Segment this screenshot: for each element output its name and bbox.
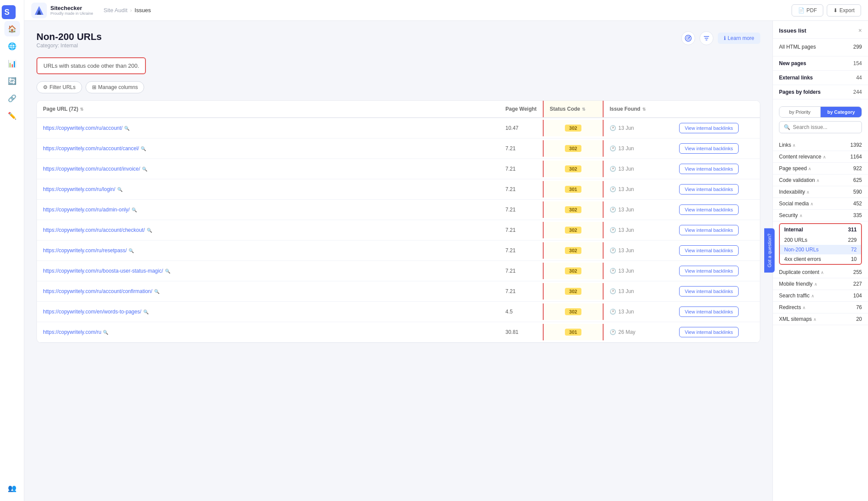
search-icon-small[interactable]: 🔍 [129,248,134,253]
new-pages-header[interactable]: New pages 154 [773,57,868,69]
nav-link[interactable]: 🔗 [4,90,20,106]
bottom-category-item[interactable]: XML sitemaps ∧20 [773,313,868,325]
filter-icon-btn[interactable] [700,31,713,45]
url-link[interactable]: https://copywritely.com/ru/account/ [43,125,122,131]
category-item[interactable]: Page speed ∧922 [773,163,868,174]
search-icon-small[interactable]: 🔍 [143,310,149,314]
search-icon-small[interactable]: 🔍 [154,289,159,294]
date-value: 13 Jun [618,268,634,274]
search-icon-small[interactable]: 🔍 [142,167,147,171]
radar-icon-btn[interactable] [681,31,695,45]
sidebar-close-button[interactable]: × [858,27,862,34]
category-item[interactable]: Social media ∧452 [773,198,868,209]
search-icon-small[interactable]: 🔍 [117,187,122,192]
url-link[interactable]: https://copywritely.com/ru/account/cance… [43,145,139,152]
pdf-button[interactable]: 📄 PDF [792,4,823,16]
filter-urls-button[interactable]: ⚙ Filter URLs [36,81,82,93]
search-icon-small[interactable]: 🔍 [141,146,146,151]
by-priority-tab[interactable]: by Priority [779,107,821,117]
pages-by-folders-header[interactable]: Pages by folders 244 [773,86,868,98]
nav-home[interactable]: 🏠 [4,21,20,36]
td-date: 🕐 13 Jun [604,202,673,218]
category-item[interactable]: Links ∧1392 [773,139,868,151]
data-table: Page URL (72) ⇅ Page Weight Status Code … [36,100,760,343]
internal-sub-item[interactable]: 200 URLs229 [780,235,861,245]
view-backlinks-button[interactable]: View internal backlinks [679,225,739,235]
url-link[interactable]: https://copywritely.com/ru/login/ [43,186,116,192]
priority-tabs: by Priority by Category [779,106,862,118]
external-links-header[interactable]: External links 44 [773,72,868,84]
category-label: Page speed ∧ [779,165,811,171]
view-backlinks-button[interactable]: View internal backlinks [679,143,739,154]
url-link[interactable]: https://copywritely.com/ru/account/invoi… [43,166,140,172]
view-backlinks-button[interactable]: View internal backlinks [679,266,739,276]
bottom-category-item[interactable]: Duplicate content ∧255 [773,267,868,278]
search-icon-small[interactable]: 🔍 [165,269,170,274]
nav-globe[interactable]: 🌐 [4,38,20,54]
td-action: View internal backlinks [673,118,760,138]
view-backlinks-button[interactable]: View internal backlinks [679,164,739,174]
url-sort-icon[interactable]: ⇅ [80,107,83,112]
status-badge: 301 [565,186,581,193]
date-clock-icon: 🕐 [610,227,616,233]
view-backlinks-button[interactable]: View internal backlinks [679,286,739,297]
td-weight: 7.21 [499,161,543,177]
bottom-cat-count: 76 [856,304,862,310]
search-icon-small[interactable]: 🔍 [124,126,129,131]
internal-item-count: 72 [851,247,857,253]
url-link[interactable]: https://copywritely.com/ru/boosta-user-s… [43,268,163,274]
breadcrumb-current: Issues [135,7,151,13]
internal-sub-item[interactable]: Non-200 URLs72 [780,245,861,254]
td-weight: 7.21 [499,202,543,218]
internal-item-label: 4xx client errors [784,256,821,262]
got-question-button[interactable]: Got a question? [764,228,775,273]
brand-name: Sitechecker [50,5,93,11]
nav-refresh[interactable]: 🔄 [4,73,20,89]
all-html-pages-item[interactable]: All HTML pages 299 [779,41,862,53]
internal-header[interactable]: Internal 311 [780,224,861,235]
url-link[interactable]: https://copywritely.com/ru/admin-only/ [43,207,130,213]
url-link[interactable]: https://copywritely.com/ru/account/confi… [43,288,152,294]
view-backlinks-button[interactable]: View internal backlinks [679,245,739,256]
td-action: View internal backlinks [673,159,760,179]
bottom-category-item[interactable]: Redirects ∧76 [773,302,868,313]
view-backlinks-button[interactable]: View internal backlinks [679,327,739,337]
logo: S [2,5,16,19]
internal-sub-item[interactable]: 4xx client errors10 [780,254,861,264]
breadcrumb-parent[interactable]: Site Audit [104,7,128,13]
brand-subtitle: Proudly made in Ukraine [50,11,93,16]
nav-edit[interactable]: ✏️ [4,108,20,123]
table-row: https://copywritely.com/ru/account/confi… [37,281,760,302]
issue-sort-icon[interactable]: ⇅ [642,107,646,112]
all-html-label: All HTML pages [779,44,816,50]
by-category-tab[interactable]: by Category [821,107,861,117]
view-backlinks-button[interactable]: View internal backlinks [679,204,739,215]
nav-users[interactable]: 👥 [4,480,20,496]
category-item[interactable]: Content relevance ∧1164 [773,151,868,162]
td-date: 🕐 13 Jun [604,283,673,299]
search-icon-small[interactable]: 🔍 [103,330,108,335]
category-item[interactable]: Indexability ∧590 [773,186,868,198]
view-backlinks-button[interactable]: View internal backlinks [679,184,739,194]
url-link[interactable]: https://copywritely.com/ru/account/check… [43,227,145,233]
category-item[interactable]: Security ∧335 [773,210,868,221]
learn-more-button[interactable]: ℹ Learn more [718,33,760,44]
bottom-category-item[interactable]: Search traffic ∧104 [773,290,868,301]
svg-text:S: S [4,8,10,16]
search-input[interactable] [793,124,857,130]
td-action: View internal backlinks [673,261,760,281]
search-icon-small[interactable]: 🔍 [147,228,152,233]
nav-chart[interactable]: 📊 [4,56,20,71]
manage-columns-button[interactable]: ⊞ Manage columns [86,81,144,93]
status-sort-icon[interactable]: ⇅ [582,107,585,112]
status-badge: 302 [565,267,581,274]
view-backlinks-button[interactable]: View internal backlinks [679,123,739,133]
search-icon-small[interactable]: 🔍 [132,208,137,212]
url-link[interactable]: https://copywritely.com/ru/resetpass/ [43,247,127,254]
export-button[interactable]: ⬇ Export [827,4,861,16]
view-backlinks-button[interactable]: View internal backlinks [679,307,739,317]
bottom-category-item[interactable]: Mobile friendly ∧227 [773,278,868,290]
category-item[interactable]: Code validation ∧625 [773,175,868,186]
url-link[interactable]: https://copywritely.com/en/words-to-page… [43,309,142,315]
url-link[interactable]: https://copywritely.com/ru [43,329,101,335]
